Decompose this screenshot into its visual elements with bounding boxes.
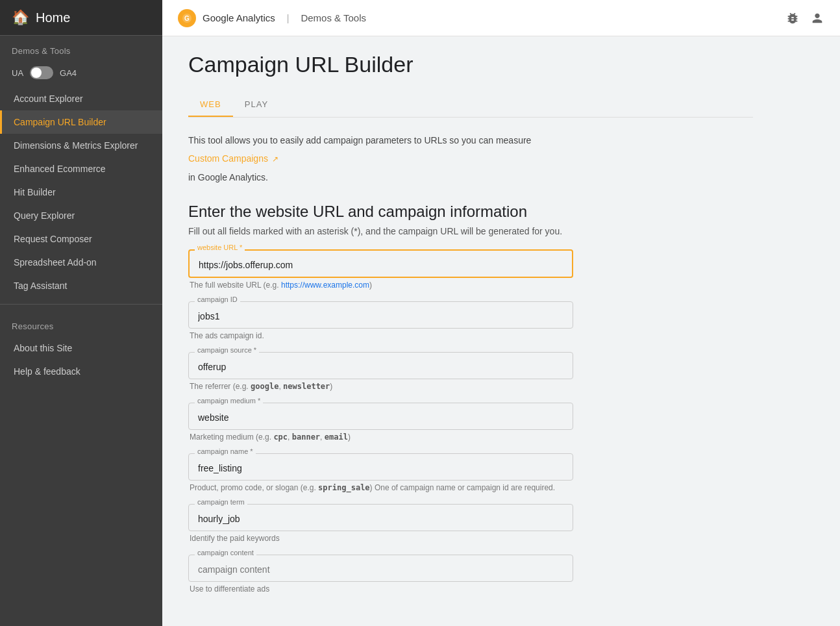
- input-campaign-name[interactable]: [188, 453, 573, 481]
- section-heading: Enter the website URL and campaign infor…: [188, 203, 753, 221]
- toggle-ua-label: UA: [12, 68, 23, 78]
- field-group-campaign-term: campaign term Identify the paid keywords: [188, 504, 753, 543]
- sidebar-item-enhanced-ecommerce[interactable]: Enhanced Ecommerce: [0, 157, 162, 181]
- sidebar-home-label: Home: [36, 10, 70, 25]
- field-wrapper-campaign-source: campaign source *: [188, 352, 753, 379]
- input-website-url[interactable]: [188, 249, 573, 278]
- section-subheading: Fill out all fields marked with an aster…: [188, 226, 753, 236]
- sidebar: 🏠 Home Demos & Tools UA GA4 Account Expl…: [0, 0, 162, 626]
- user-icon-button[interactable]: [810, 11, 824, 25]
- topbar-separator: |: [287, 13, 290, 23]
- svg-text:G: G: [184, 15, 190, 22]
- sidebar-item-account-explorer[interactable]: Account Explorer: [0, 87, 162, 110]
- sidebar-item-tag-assistant[interactable]: Tag Assistant: [0, 274, 162, 297]
- hint-website-url: The full website URL (e.g. https://www.e…: [188, 281, 753, 290]
- sidebar-divider-1: [0, 304, 162, 305]
- demos-tools-label: Demos & Tools: [0, 36, 162, 61]
- description-line1: This tool allows you to easily add campa…: [188, 133, 753, 147]
- input-campaign-content[interactable]: [188, 555, 573, 582]
- topbar-brand: G Google Analytics | Demos & Tools: [178, 9, 366, 27]
- tabs-bar: WEB PLAY: [188, 93, 753, 118]
- bug-icon-button[interactable]: [785, 11, 800, 25]
- ga-logo: G: [178, 9, 196, 27]
- sidebar-item-help-feedback[interactable]: Help & feedback: [0, 360, 162, 383]
- topbar-icons: [785, 11, 824, 25]
- topbar: G Google Analytics | Demos & Tools: [162, 0, 840, 36]
- input-campaign-medium[interactable]: [188, 403, 573, 430]
- field-wrapper-campaign-medium: campaign medium *: [188, 403, 753, 430]
- field-group-campaign-id: campaign ID The ads campaign id.: [188, 301, 753, 340]
- tab-play[interactable]: PLAY: [233, 93, 280, 117]
- sidebar-item-spreadsheet-add-on[interactable]: Spreadsheet Add-on: [0, 251, 162, 274]
- hint-campaign-content: Use to differentiate ads: [188, 584, 753, 594]
- topbar-subtitle: Demos & Tools: [301, 12, 366, 23]
- sidebar-home[interactable]: 🏠 Home: [0, 0, 162, 36]
- resources-label: Resources: [0, 311, 162, 336]
- description-line3: in Google Analytics.: [188, 170, 753, 184]
- hint-campaign-id: The ads campaign id.: [188, 331, 753, 340]
- input-campaign-source[interactable]: [188, 352, 573, 379]
- main-content: G Google Analytics | Demos & Tools Campa…: [162, 0, 840, 626]
- sidebar-item-hit-builder[interactable]: Hit Builder: [0, 181, 162, 204]
- toggle-ga4-label: GA4: [60, 68, 77, 78]
- sidebar-item-campaign-url-builder[interactable]: Campaign URL Builder: [0, 110, 162, 134]
- field-group-campaign-content: campaign content Use to differentiate ad…: [188, 555, 753, 594]
- field-group-campaign-medium: campaign medium * Marketing medium (e.g.…: [188, 403, 753, 442]
- hint-link-website-url[interactable]: https://www.example.com: [281, 281, 369, 290]
- field-group-website-url: website URL * The full website URL (e.g.…: [188, 249, 753, 290]
- field-wrapper-campaign-content: campaign content: [188, 555, 753, 582]
- field-wrapper-campaign-id: campaign ID: [188, 301, 753, 329]
- hint-campaign-source: The referrer (e.g. google, newsletter): [188, 382, 753, 391]
- sidebar-item-query-explorer[interactable]: Query Explorer: [0, 204, 162, 227]
- field-group-campaign-source: campaign source * The referrer (e.g. goo…: [188, 352, 753, 391]
- input-campaign-term[interactable]: [188, 504, 573, 531]
- field-wrapper-campaign-name: campaign name *: [188, 453, 753, 481]
- sidebar-item-about-this-site[interactable]: About this Site: [0, 336, 162, 360]
- sidebar-item-request-composer[interactable]: Request Composer: [0, 227, 162, 251]
- field-wrapper-website-url: website URL *: [188, 249, 753, 278]
- external-link-icon: ↗: [272, 155, 278, 164]
- custom-campaigns-link[interactable]: Custom Campaigns ↗: [188, 153, 278, 164]
- input-campaign-id[interactable]: [188, 301, 573, 329]
- hint-campaign-term: Identify the paid keywords: [188, 534, 753, 543]
- content-area: Campaign URL Builder WEB PLAY This tool …: [162, 36, 779, 626]
- sidebar-item-dimensions-metrics-explorer[interactable]: Dimensions & Metrics Explorer: [0, 134, 162, 157]
- home-icon: 🏠: [12, 9, 29, 26]
- toggle-knob: [31, 68, 42, 78]
- field-wrapper-campaign-term: campaign term: [188, 504, 753, 531]
- page-title: Campaign URL Builder: [188, 52, 753, 77]
- tab-web[interactable]: WEB: [188, 93, 233, 117]
- description-line2: Custom Campaigns ↗: [188, 151, 753, 166]
- ua-ga4-toggle-row: UA GA4: [0, 61, 162, 87]
- topbar-ga-label: Google Analytics: [203, 12, 275, 23]
- ua-ga4-toggle[interactable]: [30, 66, 53, 79]
- hint-campaign-name: Product, promo code, or slogan (e.g. spr…: [188, 483, 753, 492]
- field-group-campaign-name: campaign name * Product, promo code, or …: [188, 453, 753, 492]
- hint-campaign-medium: Marketing medium (e.g. cpc, banner, emai…: [188, 432, 753, 442]
